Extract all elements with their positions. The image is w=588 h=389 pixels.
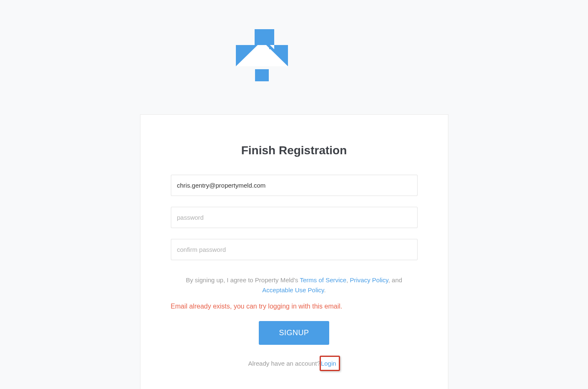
svg-rect-16 [255,69,269,81]
error-message: Email already exists, you can try loggin… [171,303,418,310]
svg-rect-15 [255,29,274,45]
logo [236,29,288,83]
terms-text: By signing up, I agree to Property Meld'… [171,275,418,295]
page-title: Finish Registration [171,144,418,157]
privacy-policy-link[interactable]: Privacy Policy [350,276,388,284]
registration-card: Finish Registration By signing up, I agr… [140,114,448,389]
confirm-password-input[interactable] [171,239,418,260]
house-logo-icon [236,29,288,81]
password-input[interactable] [171,207,418,228]
login-prompt: Already have an account? Login [171,356,418,371]
login-link[interactable]: Login [321,360,336,367]
email-input[interactable] [171,175,418,196]
acceptable-use-policy-link[interactable]: Acceptable Use Policy [262,286,324,294]
login-highlight-box: Login [320,356,340,371]
signup-button[interactable]: SIGNUP [259,321,329,345]
terms-of-service-link[interactable]: Terms of Service [300,276,346,284]
